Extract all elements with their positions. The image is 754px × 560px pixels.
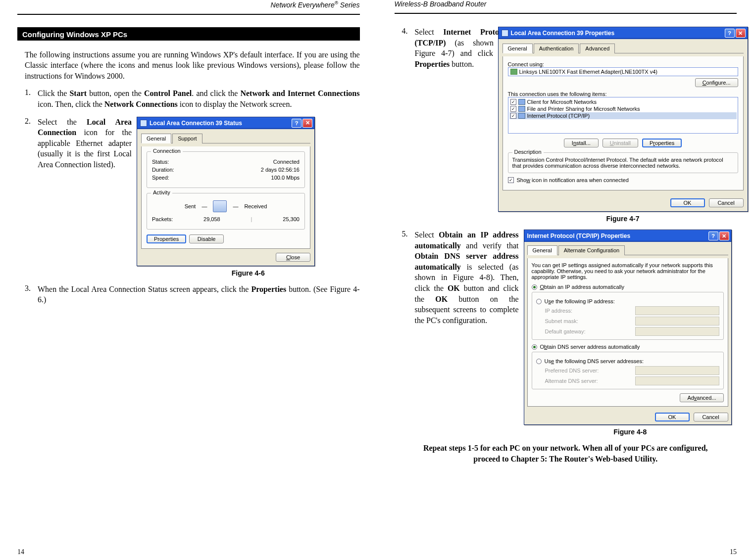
- cancel-button[interactable]: Cancel: [694, 413, 728, 421]
- list-item[interactable]: ✓ File and Printer Sharing for Microsoft…: [509, 105, 737, 112]
- t: button.: [450, 60, 474, 68]
- header-left: Network Everywhere® Series: [17, 0, 360, 10]
- radio-use-ip[interactable]: Use the following IP address:: [536, 298, 719, 304]
- radio-icon[interactable]: [532, 284, 537, 290]
- t: Click the: [38, 89, 69, 97]
- checkbox-icon[interactable]: ✓: [510, 113, 516, 119]
- value: 100.0 Mbps: [271, 175, 300, 181]
- value: Connected: [273, 159, 300, 165]
- tcpip-blurb: You can get IP settings assigned automat…: [532, 262, 724, 280]
- items-label: This connection uses the following items…: [508, 91, 738, 97]
- list-item-selected[interactable]: ✓ Internet Protocol (TCP/IP): [509, 112, 737, 119]
- item-properties-button[interactable]: Properties: [642, 139, 682, 147]
- window-icon: [140, 120, 147, 127]
- adapter-name: Linksys LNE100TX Fast Ethernet Adapter(L…: [519, 69, 657, 75]
- repeat-note: Repeat steps 1-5 for each PC on your net…: [414, 443, 717, 464]
- ip-address-field: [635, 306, 719, 315]
- radio-label: Use the following IP address:: [545, 298, 615, 304]
- t: icon. Then, click the: [38, 100, 104, 108]
- tab-general[interactable]: General: [503, 44, 533, 53]
- close-button[interactable]: ✕: [736, 29, 746, 38]
- bold: Properties: [415, 60, 450, 68]
- description-text: Transmission Control Protocol/Internet P…: [512, 157, 734, 169]
- window-title: Local Area Connection 39 Status: [150, 120, 292, 127]
- item-label: Internet Protocol (TCP/IP): [527, 113, 590, 119]
- t: . and click the: [192, 89, 240, 97]
- ok-button[interactable]: OK: [655, 413, 690, 421]
- step-number: 1.: [25, 88, 38, 109]
- bold: OK: [435, 295, 448, 303]
- install-button[interactable]: Install...: [564, 139, 599, 147]
- cancel-button[interactable]: Cancel: [709, 198, 744, 207]
- step-text: When the Local Area Connection Status sc…: [38, 284, 360, 305]
- configure-button[interactable]: Configure...: [695, 78, 738, 87]
- subnet-mask-field: [635, 317, 719, 326]
- disable-button[interactable]: Disable: [189, 234, 224, 243]
- tab-advanced[interactable]: Advanced: [580, 44, 615, 53]
- tab-general[interactable]: General: [527, 245, 557, 255]
- tab-general[interactable]: General: [141, 134, 171, 143]
- list-item[interactable]: ✓ Client for Microsoft Networks: [509, 98, 737, 105]
- radio-icon[interactable]: [532, 344, 537, 350]
- tabs: General Support: [141, 133, 310, 143]
- ip-address-label: IP address:: [545, 308, 630, 314]
- show-icon-checkbox[interactable]: ✓: [508, 177, 514, 183]
- tabs: General Alternate Configuration: [527, 245, 728, 255]
- adapter-box: Linksys LNE100TX Fast Ethernet Adapter(L…: [508, 67, 738, 76]
- properties-button[interactable]: Properties: [147, 234, 186, 243]
- help-button[interactable]: ?: [725, 29, 735, 38]
- group-connection: Connection Status:Connected Duration:2 d…: [147, 151, 305, 188]
- step-number: 3.: [25, 284, 38, 305]
- radio-icon[interactable]: [536, 299, 542, 304]
- close-dialog-button[interactable]: Close: [276, 253, 310, 262]
- tab-alternate[interactable]: Alternate Configuration: [558, 245, 625, 255]
- intro-paragraph: The following instructions assume you ar…: [25, 49, 360, 82]
- help-button[interactable]: ?: [292, 119, 302, 128]
- connect-using-label: Connect using:: [508, 61, 738, 67]
- tab-authentication[interactable]: Authentication: [534, 44, 579, 53]
- label: Speed:: [152, 175, 169, 181]
- radio-use-dns[interactable]: Use the following DNS server addresses:: [536, 358, 719, 364]
- value: 2 days 02:56:16: [261, 167, 300, 173]
- step-5: 5. Select Obtain an IP address automatic…: [402, 230, 737, 436]
- checkbox-icon[interactable]: ✓: [510, 106, 516, 112]
- ok-button[interactable]: OK: [670, 198, 705, 207]
- item-label: File and Printer Sharing for Microsoft N…: [527, 106, 640, 112]
- radio-icon[interactable]: [536, 359, 542, 364]
- description-title: Description: [512, 149, 544, 155]
- step-number: 5.: [402, 230, 415, 436]
- step-text: Select Internet Protocol (TCP/IP) (as sh…: [415, 27, 509, 69]
- static-ip-group: Use the following IP address: IP address…: [532, 292, 724, 340]
- checkbox-icon[interactable]: ✓: [510, 99, 516, 105]
- uninstall-button[interactable]: Uninstall: [603, 139, 638, 147]
- help-button[interactable]: ?: [708, 232, 718, 240]
- status-dialog: Local Area Connection 39 Status ? ✕ Gene…: [137, 117, 315, 266]
- close-button[interactable]: ✕: [302, 119, 312, 128]
- titlebar[interactable]: Local Area Connection 39 Status ? ✕: [137, 117, 314, 129]
- step-text: Select the Local Area Connection icon fo…: [38, 117, 132, 170]
- radio-obtain-ip[interactable]: Obtain an IP address automatically: [532, 284, 724, 290]
- radio-label: Use the following DNS server addresses:: [545, 358, 644, 364]
- subnet-mask-label: Subnet mask:: [545, 318, 630, 324]
- label: Status:: [152, 159, 169, 165]
- bold: Network Connections: [104, 100, 178, 108]
- radio-obtain-dns[interactable]: Obtain DNS server address automatically: [532, 344, 724, 350]
- window-title: Local Area Connection 39 Properties: [511, 30, 725, 37]
- component-icon: [518, 99, 525, 105]
- static-dns-group: Use the following DNS server addresses: …: [532, 352, 724, 389]
- connection-properties-dialog: Local Area Connection 39 Properties ? ✕ …: [498, 27, 748, 212]
- description-box: Description Transmission Control Protoco…: [508, 152, 738, 173]
- titlebar[interactable]: Local Area Connection 39 Properties ? ✕: [499, 27, 748, 39]
- advanced-button[interactable]: Advanced...: [680, 393, 723, 402]
- header-rule: [17, 14, 360, 15]
- titlebar[interactable]: Internet Protocol (TCP/IP) Properties ? …: [524, 230, 731, 242]
- close-button[interactable]: ✕: [719, 232, 729, 240]
- window-icon: [502, 30, 508, 37]
- radio-label: Obtain an IP address automatically: [540, 284, 624, 290]
- header-rule: [395, 13, 737, 14]
- alt-dns-field: [635, 376, 719, 385]
- tab-support[interactable]: Support: [172, 134, 202, 143]
- page-left: Network Everywhere® Series Configuring W…: [0, 0, 377, 560]
- t: When the Local Area Connection Status sc…: [38, 285, 251, 293]
- items-listbox[interactable]: ✓ Client for Microsoft Networks ✓ File a…: [508, 97, 738, 134]
